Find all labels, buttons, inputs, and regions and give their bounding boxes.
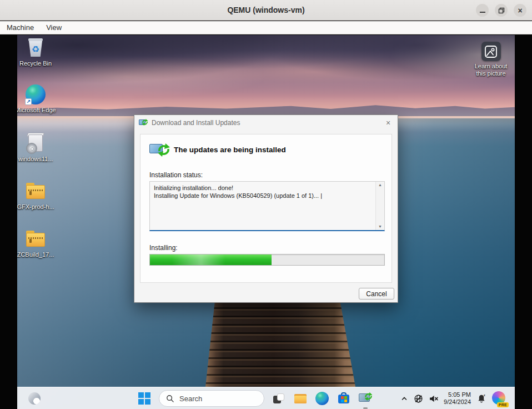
windows-flag-icon bbox=[341, 396, 347, 402]
dialog-heading: The updates are being installed bbox=[174, 146, 286, 154]
zip-folder-icon bbox=[25, 181, 46, 202]
installer-disc bbox=[26, 143, 37, 154]
shortcut-arrow-icon: ↗ bbox=[25, 98, 32, 105]
restore-icon bbox=[498, 7, 505, 14]
folder-front bbox=[294, 399, 307, 403]
window-title: QEMU (windows-vm) bbox=[227, 6, 304, 14]
task-view-button[interactable] bbox=[272, 391, 286, 406]
bell-dnd-icon: z bbox=[476, 393, 486, 403]
start-button[interactable] bbox=[137, 391, 152, 406]
dialog-titlebar[interactable]: Download and Install Updates × bbox=[134, 115, 398, 131]
status-scrollbar[interactable]: ▲ ▼ bbox=[375, 182, 384, 230]
clock[interactable]: 5:05 PM 9/24/2024 bbox=[444, 391, 471, 406]
dialog-title: Download and Install Updates bbox=[152, 119, 240, 127]
svg-text:z: z bbox=[484, 393, 485, 397]
search-box[interactable]: Search bbox=[159, 390, 264, 407]
install-progress-bar bbox=[149, 254, 385, 266]
recycle-glyph: ♻ bbox=[32, 44, 39, 54]
minimize-icon bbox=[480, 12, 485, 13]
desktop-icon-gfx-zip[interactable]: GFX-prod-h... bbox=[17, 181, 57, 211]
recycle-bin-lid bbox=[28, 38, 43, 41]
task-view-icon-front bbox=[277, 393, 284, 401]
status-line: Initializing installation... done! bbox=[154, 184, 372, 192]
chevron-up-icon bbox=[400, 395, 408, 402]
file-explorer-button[interactable] bbox=[293, 391, 308, 406]
updates-icon-arrows bbox=[157, 143, 170, 157]
image-icon bbox=[484, 45, 498, 58]
updates-header-icon bbox=[149, 142, 172, 159]
updates-icon-arrows bbox=[142, 119, 148, 126]
copilot-preview-badge: PRE bbox=[497, 402, 509, 407]
desktop-icon-microsoft-edge[interactable]: ↗ Microsoft Edge bbox=[17, 84, 57, 114]
widgets-button[interactable] bbox=[28, 392, 41, 405]
icon-label: ZCBuild_17... bbox=[17, 251, 54, 258]
zipper-pull bbox=[29, 191, 32, 195]
minimize-button[interactable] bbox=[476, 4, 489, 17]
desktop-icon-zcbuild-zip[interactable]: ZCBuild_17... bbox=[17, 228, 57, 258]
edge-button[interactable] bbox=[315, 391, 329, 406]
recycle-bin-body: ♻ bbox=[29, 41, 42, 57]
icon-label: GFX-prod-h... bbox=[17, 203, 54, 211]
learn-about-picture-button[interactable]: Learn about this picture bbox=[470, 42, 512, 77]
install-progress-fill bbox=[150, 255, 272, 265]
icon-label: windows11... bbox=[18, 156, 53, 163]
window-controls: × bbox=[476, 4, 526, 17]
tray-time: 5:05 PM bbox=[444, 391, 471, 398]
windows-taskbar: Search bbox=[17, 387, 515, 409]
installation-status-label: Installation status: bbox=[149, 171, 203, 179]
close-icon: × bbox=[518, 7, 522, 14]
restore-button[interactable] bbox=[495, 4, 508, 17]
store-bag bbox=[338, 395, 349, 403]
network-status-button[interactable] bbox=[414, 394, 423, 403]
speaker-muted-icon bbox=[429, 394, 438, 403]
zipper-pull bbox=[29, 239, 32, 243]
installation-status-log[interactable]: Initializing installation... done! Insta… bbox=[149, 181, 385, 231]
menu-machine[interactable]: Machine bbox=[7, 23, 34, 32]
icon-label: Learn about this picture bbox=[470, 63, 512, 77]
icon-label: Microsoft Edge bbox=[17, 107, 56, 114]
cancel-button-label: Cancel bbox=[366, 290, 387, 298]
microsoft-store-button[interactable] bbox=[337, 391, 351, 406]
no-internet-globe-icon bbox=[414, 394, 423, 403]
copilot-button[interactable]: PRE bbox=[492, 391, 506, 406]
system-tray: 5:05 PM 9/24/2024 z PRE bbox=[400, 387, 506, 409]
dialog-close-button[interactable]: × bbox=[381, 116, 395, 129]
qemu-menubar: Machine View bbox=[0, 21, 532, 34]
qemu-window: QEMU (windows-vm) × Machine View bbox=[0, 0, 532, 409]
menu-view[interactable]: View bbox=[46, 23, 62, 32]
edge-icon: ↗ bbox=[25, 84, 46, 105]
tray-date: 9/24/2024 bbox=[444, 398, 471, 406]
taskbar-center: Search bbox=[137, 387, 373, 409]
icon-label: Recycle Bin bbox=[19, 60, 52, 67]
installing-label: Installing: bbox=[149, 244, 178, 252]
windows-logo-icon bbox=[138, 392, 150, 405]
edge-icon bbox=[315, 392, 329, 405]
tray-chevron-button[interactable] bbox=[400, 395, 408, 402]
search-placeholder: Search bbox=[179, 395, 202, 403]
scroll-down-icon[interactable]: ▼ bbox=[378, 225, 382, 229]
zip-folder-icon bbox=[25, 228, 46, 250]
windows-desktop[interactable]: ♻ Recycle Bin ↗ Microsoft Edge windo bbox=[17, 35, 515, 409]
desktop-icon-recycle-bin[interactable]: ♻ Recycle Bin bbox=[17, 37, 57, 67]
desktop-icon-windows11-iso[interactable]: windows11... bbox=[17, 133, 57, 163]
search-icon bbox=[166, 395, 174, 403]
status-line: Installing Update for Windows (KB5040529… bbox=[154, 192, 372, 199]
qemu-titlebar[interactable]: QEMU (windows-vm) × bbox=[0, 0, 532, 21]
recycle-bin-icon: ♻ bbox=[25, 37, 46, 58]
volume-button[interactable] bbox=[429, 394, 438, 403]
notifications-button[interactable]: z bbox=[476, 393, 486, 403]
dialog-close-icon: × bbox=[386, 118, 390, 127]
zip-folder-body bbox=[26, 185, 45, 199]
dialog-content-box: The updates are being installed Installa… bbox=[140, 134, 392, 283]
download-install-updates-dialog: Download and Install Updates × bbox=[134, 114, 398, 303]
close-button[interactable]: × bbox=[514, 4, 526, 17]
updates-app-icon bbox=[139, 119, 148, 127]
updates-installer-task-button[interactable] bbox=[358, 391, 373, 406]
vm-area: ♻ Recycle Bin ↗ Microsoft Edge windo bbox=[0, 35, 532, 409]
scroll-up-icon[interactable]: ▲ bbox=[378, 183, 382, 187]
picture-info-icon bbox=[481, 42, 501, 61]
wallpaper-pier bbox=[205, 291, 355, 387]
cancel-button[interactable]: Cancel bbox=[359, 288, 394, 300]
zip-folder-body bbox=[26, 233, 45, 247]
installer-box-icon bbox=[25, 133, 46, 154]
